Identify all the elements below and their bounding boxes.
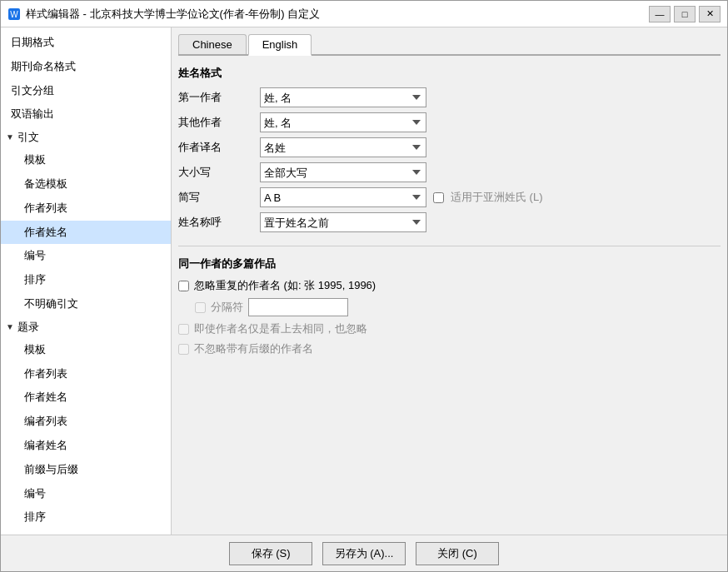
expand-icon: ▼ [6, 132, 16, 142]
sidebar-item-heading-author-list[interactable]: 作者列表 [1, 362, 171, 386]
asian-names-checkbox[interactable] [433, 192, 444, 203]
svg-text:W: W [10, 10, 18, 19]
ignore-similar-label: 即使作者名仅是看上去相同，也忽略 [194, 321, 367, 336]
multi-works-section: 同一作者的多篇作品 忽略重复的作者名 (如: 张 1995, 1996) 分隔符… [178, 246, 721, 361]
author-translation-select[interactable]: 名姓姓名姓, 名 [260, 137, 426, 157]
sidebar-item-numbering[interactable]: 编号 [1, 244, 171, 268]
ignore-similar-checkbox[interactable] [178, 324, 189, 335]
no-ignore-suffix-checkbox[interactable] [178, 344, 189, 355]
name-salutation-row: 置于姓名之前置于姓名之后不显示 [260, 212, 721, 232]
sidebar-item-alt-template[interactable]: 备选模板 [1, 172, 171, 196]
name-format-grid: 第一作者 姓, 名名姓名, 姓 其他作者 姓, 名名姓名, 姓 作者译名 名姓姓… [178, 87, 721, 232]
ignore-repeated-checkbox[interactable] [178, 281, 189, 291]
app-icon: W [7, 7, 21, 21]
abbreviation-label: 简写 [178, 190, 253, 205]
sidebar-item-heading-sort[interactable]: 排序 [1, 505, 171, 530]
capitalization-label: 大小写 [178, 165, 253, 180]
footer: 保存 (S) 另存为 (A)... 关闭 (C) [1, 535, 727, 571]
abbreviation-row: A BA.B.不缩写 适用于亚洲姓氏 (L) [260, 187, 721, 207]
sidebar-item-heading-editor-list[interactable]: 编者列表 [1, 410, 171, 434]
sidebar-item-heading-editor-name[interactable]: 编者姓名 [1, 434, 171, 458]
author-translation-row: 名姓姓名姓, 名 [260, 137, 721, 157]
sidebar: 日期格式 期刊命名格式 引文分组 双语输出 ▼ 引文 模板 备选模板 作者列表 … [1, 27, 172, 535]
separator-row: 分隔符 [195, 298, 721, 316]
sidebar-item-sort[interactable]: 排序 [1, 268, 171, 292]
sidebar-item-template[interactable]: 模板 [1, 148, 171, 172]
ignore-similar-row: 即使作者名仅是看上去相同，也忽略 [178, 321, 721, 336]
sidebar-item-author-name[interactable]: 作者姓名 [1, 221, 171, 245]
separator-checkbox[interactable] [195, 302, 206, 313]
sidebar-group-heading-label: 题录 [17, 320, 39, 335]
other-authors-label: 其他作者 [178, 115, 253, 130]
close-button[interactable]: 关闭 (C) [416, 542, 499, 565]
sidebar-group-citation-label: 引文 [17, 130, 39, 145]
author-translation-label: 作者译名 [178, 140, 253, 155]
sidebar-item-unclear[interactable]: 不明确引文 [1, 292, 171, 316]
name-salutation-select[interactable]: 置于姓名之前置于姓名之后不显示 [260, 212, 426, 232]
indent-section: 分隔符 [178, 298, 721, 316]
save-as-button[interactable]: 另存为 (A)... [322, 542, 406, 565]
close-window-button[interactable]: ✕ [699, 6, 721, 22]
expand-icon-heading: ▼ [6, 322, 16, 332]
tab-chinese[interactable]: Chinese [178, 34, 247, 54]
sidebar-item-citation-group[interactable]: 引文分组 [1, 79, 171, 103]
main-window: W 样式编辑器 - 北京科技大学博士学位论文(作者-年份制) 自定义 — □ ✕… [0, 0, 728, 572]
right-panel: Chinese English 姓名格式 第一作者 姓, 名名姓名, 姓 其他作… [172, 27, 727, 535]
first-author-label: 第一作者 [178, 90, 253, 105]
title-bar: W 样式编辑器 - 北京科技大学博士学位论文(作者-年份制) 自定义 — □ ✕ [1, 1, 727, 27]
first-author-row: 姓, 名名姓名, 姓 [260, 87, 721, 107]
capitalization-select[interactable]: 全部大写首字母大写不更改 [260, 162, 426, 182]
sidebar-item-bilingual[interactable]: 双语输出 [1, 102, 171, 127]
name-format-title: 姓名格式 [178, 66, 721, 81]
asian-names-label: 适用于亚洲姓氏 (L) [451, 190, 543, 205]
title-bar-controls: — □ ✕ [649, 6, 721, 22]
save-button[interactable]: 保存 (S) [229, 542, 312, 565]
maximize-button[interactable]: □ [674, 6, 696, 22]
capitalization-row: 全部大写首字母大写不更改 [260, 162, 721, 182]
ignore-repeated-row: 忽略重复的作者名 (如: 张 1995, 1996) [178, 278, 721, 293]
title-bar-text: 样式编辑器 - 北京科技大学博士学位论文(作者-年份制) 自定义 [26, 7, 649, 22]
abbreviation-select[interactable]: A BA.B.不缩写 [260, 187, 426, 207]
other-authors-row: 姓, 名名姓名, 姓 [260, 112, 721, 132]
first-author-select[interactable]: 姓, 名名姓名, 姓 [260, 87, 426, 107]
no-ignore-suffix-row: 不忽略带有后缀的作者名 [178, 341, 721, 356]
other-authors-select[interactable]: 姓, 名名姓名, 姓 [260, 112, 426, 132]
no-ignore-suffix-label: 不忽略带有后缀的作者名 [194, 341, 313, 356]
ignore-repeated-label: 忽略重复的作者名 (如: 张 1995, 1996) [194, 278, 376, 293]
sidebar-item-heading-template[interactable]: 模板 [1, 338, 171, 362]
main-content: 日期格式 期刊命名格式 引文分组 双语输出 ▼ 引文 模板 备选模板 作者列表 … [1, 27, 727, 535]
sidebar-item-heading-numbering[interactable]: 编号 [1, 482, 171, 506]
name-format-section: 姓名格式 第一作者 姓, 名名姓名, 姓 其他作者 姓, 名名姓名, 姓 作者译… [178, 66, 721, 246]
tab-bar: Chinese English [178, 34, 721, 56]
sidebar-item-heading-prefix-suffix[interactable]: 前缀与后缀 [1, 458, 171, 482]
sidebar-item-heading-author-name[interactable]: 作者姓名 [1, 385, 171, 410]
multi-works-title: 同一作者的多篇作品 [178, 256, 721, 271]
sidebar-group-heading[interactable]: ▼ 题录 [1, 316, 171, 338]
sidebar-item-author-list[interactable]: 作者列表 [1, 196, 171, 221]
sidebar-item-date-format[interactable]: 日期格式 [1, 31, 171, 55]
sidebar-group-citation[interactable]: ▼ 引文 [1, 127, 171, 148]
tab-english[interactable]: English [248, 34, 312, 56]
minimize-button[interactable]: — [649, 6, 671, 22]
separator-label: 分隔符 [211, 300, 243, 315]
separator-input[interactable] [248, 298, 348, 316]
name-salutation-label: 姓名称呼 [178, 215, 253, 230]
sidebar-item-period-naming[interactable]: 期刊命名格式 [1, 55, 171, 79]
